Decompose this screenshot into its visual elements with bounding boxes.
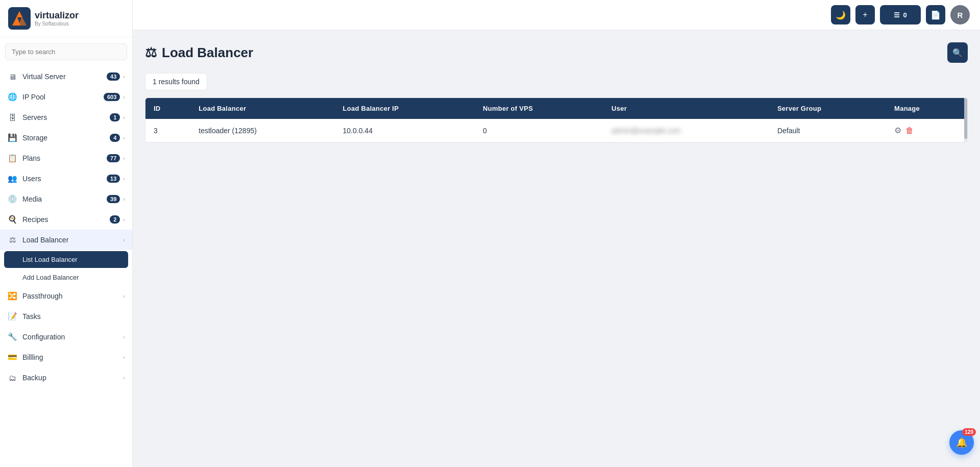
servers-icon: 🗄: [7, 112, 17, 122]
col-load-balancer: Load Balancer: [190, 98, 334, 119]
topbar: 🌙 + ☰ 0 📄 R: [133, 0, 980, 30]
sidebar-label: IP Pool: [22, 93, 104, 101]
cell-vps-count: 0: [475, 119, 603, 142]
bell-icon: 🔔: [956, 437, 967, 448]
sidebar-item-recipes[interactable]: 🍳 Recipes 2 ›: [0, 209, 132, 230]
delete-button[interactable]: 🗑: [905, 126, 914, 135]
cell-server-group: Default: [769, 119, 886, 142]
sidebar-label: Tasks: [22, 312, 125, 321]
sidebar-badge: 13: [107, 175, 120, 183]
col-manage: Manage: [886, 98, 967, 119]
notification-count: 120: [962, 428, 976, 436]
chevron-icon: ›: [123, 354, 125, 360]
sidebar-item-load-balancer[interactable]: ⚖ Load Balancer ›: [0, 230, 132, 250]
col-num-vps: Number of VPS: [475, 98, 603, 119]
sidebar-item-billing[interactable]: 💳 Billling ›: [0, 347, 132, 367]
page-header: ⚖ Load Balancer 🔍: [145, 42, 968, 63]
subitem-label: List Load Balancer: [22, 256, 78, 263]
tasks-icon: ☰: [894, 11, 900, 19]
add-button[interactable]: +: [855, 5, 875, 24]
chevron-icon: ›: [123, 135, 125, 141]
content-area: ⚖ Load Balancer 🔍 1 results found ID Lo: [133, 30, 980, 467]
results-text: 1 results found: [153, 78, 200, 86]
notes-button[interactable]: 📄: [926, 5, 945, 24]
users-icon: 👥: [7, 174, 17, 184]
chevron-icon: ›: [123, 114, 125, 120]
sidebar-item-plans[interactable]: 📋 Plans 77 ›: [0, 148, 132, 168]
cell-user: admin@example.com: [603, 119, 769, 142]
logo-text: virtualizor By Softaculous: [35, 10, 79, 27]
col-user: User: [603, 98, 769, 119]
table-body: 3 testloader (12895) 10.0.0.44 0 admin@e…: [145, 119, 967, 142]
sidebar-item-users[interactable]: 👥 Users 13 ›: [0, 168, 132, 189]
sidebar-badge: 603: [104, 93, 120, 101]
chevron-icon: ›: [123, 196, 125, 202]
sidebar-item-virtual-server[interactable]: 🖥 Virtual Server 43 ›: [0, 66, 132, 87]
subitem-label: Add Load Balancer: [22, 274, 79, 281]
sidebar-label: Plans: [22, 154, 107, 162]
recipes-icon: 🍳: [7, 214, 17, 225]
sidebar-item-servers[interactable]: 🗄 Servers 1 ›: [0, 107, 132, 128]
sidebar-subitem-add-load-balancer[interactable]: Add Load Balancer: [0, 269, 132, 286]
backup-icon: 🗂: [7, 373, 17, 383]
scrollbar-thumb[interactable]: [964, 98, 967, 139]
search-icon: 🔍: [952, 48, 963, 58]
dark-mode-button[interactable]: 🌙: [831, 5, 850, 24]
media-icon: 💿: [7, 194, 17, 204]
sidebar-label: Users: [22, 175, 107, 183]
notification-button[interactable]: 🔔 120: [949, 430, 974, 455]
sidebar-badge: 77: [107, 154, 120, 162]
user-avatar[interactable]: R: [950, 5, 970, 24]
nav-menu: 🖥 Virtual Server 43 › 🌐 IP Pool 603 › 🗄 …: [0, 66, 132, 388]
sidebar-label: Billling: [22, 353, 123, 361]
sidebar-badge: 43: [107, 72, 120, 81]
chevron-icon: ›: [123, 176, 125, 182]
load-balancer-icon: ⚖: [7, 235, 17, 245]
tasks-icon: 📝: [7, 311, 17, 322]
chevron-icon: ›: [123, 216, 125, 223]
sidebar-item-configuration[interactable]: 🔧 Configuration ›: [0, 327, 132, 347]
app-sub: By Softaculous: [35, 21, 79, 27]
chevron-icon: ›: [123, 293, 125, 299]
sidebar-item-backup[interactable]: 🗂 Backup ›: [0, 367, 132, 388]
configuration-icon: 🔧: [7, 332, 17, 342]
app-name: virtualizor: [35, 10, 79, 21]
chevron-down-icon: ›: [123, 237, 125, 243]
settings-button[interactable]: ⚙: [894, 126, 901, 135]
sidebar-badge: 4: [110, 134, 120, 142]
sidebar-item-tasks[interactable]: 📝 Tasks: [0, 306, 132, 327]
page-title-icon: ⚖: [145, 45, 157, 61]
ip-pool-icon: 🌐: [7, 92, 17, 102]
svg-rect-0: [8, 7, 31, 30]
avatar-label: R: [958, 11, 963, 19]
main-area: 🌙 + ☰ 0 📄 R ⚖ Load Balancer 🔍 1 res: [133, 0, 980, 467]
sidebar-item-storage[interactable]: 💾 Storage 4 ›: [0, 128, 132, 148]
sidebar-item-media[interactable]: 💿 Media 39 ›: [0, 189, 132, 209]
page-search-button[interactable]: 🔍: [947, 42, 968, 63]
chevron-icon: ›: [123, 375, 125, 381]
plans-icon: 📋: [7, 153, 17, 163]
table: ID Load Balancer Load Balancer IP Number…: [145, 98, 967, 142]
search-input[interactable]: [5, 43, 127, 60]
storage-icon: 💾: [7, 133, 17, 143]
cell-id: 3: [145, 119, 190, 142]
page-title-wrap: ⚖ Load Balancer: [145, 45, 253, 61]
sidebar-subitem-list-load-balancer[interactable]: List Load Balancer: [4, 251, 128, 268]
table-row: 3 testloader (12895) 10.0.0.44 0 admin@e…: [145, 119, 967, 142]
sidebar-item-passthrough[interactable]: 🔀 Passthrough ›: [0, 286, 132, 306]
sidebar-label: Media: [22, 195, 107, 203]
col-id: ID: [145, 98, 190, 119]
sidebar-label: Backup: [22, 374, 123, 382]
scrollbar-track[interactable]: [964, 98, 967, 142]
sidebar-label: Load Balancer: [22, 236, 123, 244]
sidebar-label: Passthrough: [22, 292, 123, 300]
tasks-button[interactable]: ☰ 0: [880, 5, 921, 24]
sidebar-badge: 1: [110, 113, 120, 121]
sidebar-item-ip-pool[interactable]: 🌐 IP Pool 603 ›: [0, 87, 132, 107]
user-email: admin@example.com: [611, 127, 681, 135]
action-buttons: ⚙ 🗑: [894, 126, 959, 135]
sidebar: virtualizor By Softaculous 🖥 Virtual Ser…: [0, 0, 133, 467]
sidebar-label: Storage: [22, 134, 110, 142]
sidebar-label: Virtual Server: [22, 72, 107, 81]
chevron-icon: ›: [123, 94, 125, 100]
